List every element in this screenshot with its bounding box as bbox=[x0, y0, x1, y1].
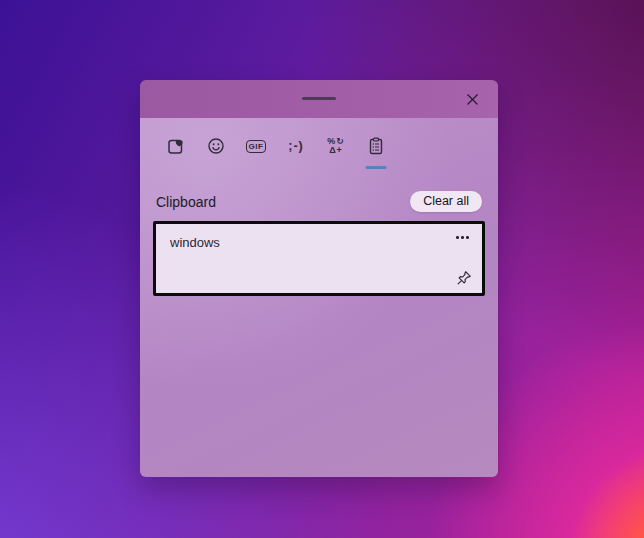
more-options-button[interactable] bbox=[453, 233, 472, 242]
clipboard-icon bbox=[366, 136, 386, 156]
tab-gif[interactable]: GIF bbox=[236, 125, 276, 167]
heart-square-icon bbox=[166, 136, 186, 156]
ellipsis-icon bbox=[456, 236, 469, 239]
tab-kaomoji[interactable]: ;-) bbox=[276, 125, 316, 167]
clipboard-item[interactable]: windows bbox=[153, 221, 485, 296]
tab-selected-indicator bbox=[366, 166, 387, 169]
close-icon bbox=[466, 93, 479, 106]
clear-all-button[interactable]: Clear all bbox=[410, 191, 482, 212]
tab-symbols[interactable]: %↻ Δ+ bbox=[316, 125, 356, 167]
kaomoji-icon: ;-) bbox=[288, 139, 304, 153]
title-bar bbox=[140, 80, 498, 118]
panel-body: GIF ;-) %↻ Δ+ bbox=[140, 118, 498, 477]
section-header: Clipboard Clear all bbox=[140, 191, 498, 212]
pin-icon bbox=[455, 269, 473, 287]
close-button[interactable] bbox=[458, 85, 486, 113]
section-title: Clipboard bbox=[156, 194, 216, 210]
pin-button[interactable] bbox=[453, 267, 475, 289]
clipboard-item-text: windows bbox=[170, 235, 220, 250]
tab-emoji[interactable] bbox=[196, 125, 236, 167]
tab-clipboard[interactable] bbox=[356, 125, 396, 167]
symbols-icon: %↻ Δ+ bbox=[327, 137, 345, 156]
clipboard-item-list: windows bbox=[140, 221, 498, 296]
tab-row: GIF ;-) %↻ Δ+ bbox=[140, 125, 498, 167]
desktop-wallpaper: GIF ;-) %↻ Δ+ bbox=[0, 0, 644, 538]
drag-handle[interactable] bbox=[302, 97, 336, 100]
clipboard-panel: GIF ;-) %↻ Δ+ bbox=[140, 80, 498, 477]
tab-recently-used[interactable] bbox=[156, 125, 196, 167]
smiley-icon bbox=[206, 136, 226, 156]
gif-icon: GIF bbox=[246, 140, 267, 153]
